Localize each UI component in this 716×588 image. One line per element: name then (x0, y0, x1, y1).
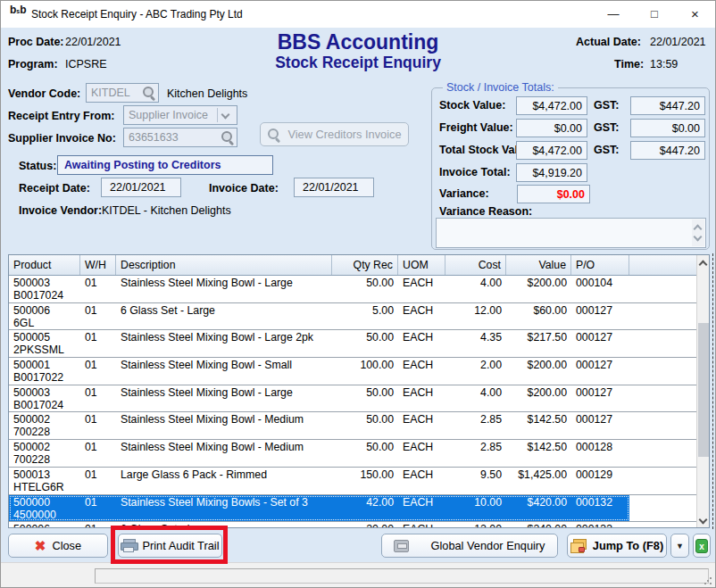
jump-to-dropdown-button[interactable]: ▼ (670, 534, 689, 558)
invoice-search-icon[interactable] (221, 130, 235, 145)
jump-folders-icon (570, 539, 587, 552)
titlebar: bsb Stock Receipt Enquiry - ABC Trading … (1, 1, 715, 28)
cell-product: 500006 (9, 522, 80, 527)
jump-to-button[interactable]: Jump To (F8) (567, 534, 667, 558)
cell-product: 5000052PKSSML (9, 330, 80, 357)
screen-title: Stock Receipt Enquiry (215, 54, 501, 72)
table-row[interactable]: 500013HTELG6R 01 Large Glass 6 Pack - Ri… (9, 468, 696, 495)
reason-scrollbar[interactable] (692, 219, 704, 246)
col-qty-rec[interactable]: Qty Rec (332, 255, 398, 275)
cell-value: $200.00 (506, 385, 571, 412)
table-row[interactable]: 500006 01 6 Glass Set - Large 20.00 EACH… (9, 522, 696, 527)
cell-qty-rec: 50.00 (332, 412, 398, 439)
cell-cost: 2.85 (445, 412, 506, 439)
cell-cost: 4.00 (445, 385, 506, 412)
printer-icon (121, 539, 137, 552)
actual-date-label: Actual Date: (576, 36, 641, 48)
cell-qty-rec: 50.00 (332, 440, 398, 467)
receipt-lines-table: Product W/H Description Qty Rec UOM Cost… (8, 254, 710, 528)
cell-po: 000127 (571, 358, 629, 385)
scroll-down-icon[interactable] (697, 513, 710, 527)
total-stock-field: $4,472.00 (516, 141, 587, 160)
col-product[interactable]: Product (9, 255, 80, 275)
col-po[interactable]: P/O (571, 255, 629, 275)
view-creditors-invoice-button[interactable]: View Creditors Invoice (260, 122, 409, 146)
chevron-down-icon[interactable] (694, 233, 703, 242)
freight-value-field: $0.00 (516, 119, 587, 137)
cell-description: Stainless Steel Mixing Bowls - Set of 3 (116, 495, 332, 522)
excel-icon: x (695, 539, 708, 553)
freight-gst-field: $0.00 (630, 119, 705, 137)
stock-invoice-totals-panel: Stock / Invoice Totals: Stock Value: $4,… (431, 87, 710, 250)
table-row[interactable]: 5000004500000 01 Stainless Steel Mixing … (9, 495, 696, 523)
cell-uom: EACH (398, 412, 445, 439)
cell-value: $1,425.00 (506, 468, 571, 494)
col-description[interactable]: Description (116, 255, 332, 275)
cell-value: $60.00 (506, 303, 571, 330)
stock-value-field: $4,472.00 (516, 96, 587, 115)
print-audit-trail-button[interactable]: Print Audit Trail (118, 534, 222, 558)
export-excel-button[interactable]: x (693, 534, 711, 558)
table-row[interactable]: 500003B0017024 01 Stainless Steel Mixing… (9, 385, 696, 413)
freight-value-label: Freight Value: (439, 121, 513, 134)
resize-grip[interactable] (704, 576, 712, 585)
invoice-date-label: Invoice Date: (209, 182, 279, 195)
variance-reason-textarea[interactable] (436, 218, 706, 248)
table-row[interactable]: 500001B0017022 01 Stainless Steel Mixing… (9, 358, 696, 385)
total-gst-field: $447.20 (630, 141, 705, 160)
col-cost[interactable]: Cost (445, 255, 506, 275)
table-scrollbar[interactable] (696, 255, 709, 527)
cell-uom: EACH (398, 522, 445, 527)
chevron-down-icon[interactable] (217, 108, 235, 122)
receipt-date-input[interactable]: 22/01/2021 (101, 178, 181, 197)
cell-uom: EACH (398, 276, 445, 302)
maximize-button[interactable]: □ (634, 1, 675, 28)
receipt-entry-from-select[interactable]: Supplier Invoice (123, 105, 237, 125)
cell-qty-rec: 50.00 (332, 385, 398, 412)
cell-value: $142.50 (506, 412, 571, 439)
scroll-up-icon[interactable] (697, 255, 710, 269)
cell-description: Stainless Steel Mixing Bowl - Small (116, 358, 332, 385)
col-wh[interactable]: W/H (80, 255, 116, 275)
cell-wh: 01 (80, 330, 116, 357)
vendor-search-icon[interactable] (142, 86, 156, 100)
time-label: Time: (614, 58, 644, 70)
close-button[interactable]: ✖ Close (8, 534, 108, 558)
stock-receipt-enquiry-window: bsb Stock Receipt Enquiry - ABC Trading … (0, 0, 716, 588)
cell-value: $420.00 (506, 495, 571, 522)
cell-po: 000128 (571, 440, 629, 467)
cell-description: Stainless Steel Mixing Bowl - Medium (116, 440, 332, 467)
cell-qty-rec: 20.00 (332, 522, 398, 527)
magnifier-icon (267, 128, 281, 142)
cell-wh: 01 (80, 468, 116, 494)
table-row[interactable]: 500002700228 01 Stainless Steel Mixing B… (9, 440, 696, 468)
cell-product: 500001B0017022 (9, 358, 80, 385)
table-row[interactable]: 5000066GL 01 6 Glass Set - Large 5.00 EA… (9, 303, 696, 331)
table-row[interactable]: 500002700228 01 Stainless Steel Mixing B… (9, 412, 696, 440)
variance-field: $0.00 (517, 185, 590, 203)
variance-label: Variance: (439, 187, 489, 200)
bbs-logo-icon: bsb (10, 6, 26, 22)
invoice-total-field: $4,919.20 (516, 163, 587, 182)
invoice-date-input[interactable]: 22/01/2021 (294, 178, 374, 197)
global-vendor-enquiry-button[interactable]: Global Vendor Enquiry (381, 534, 558, 558)
cell-qty-rec: 42.00 (332, 495, 398, 522)
app-title: BBS Accounting (215, 30, 501, 54)
table-row[interactable]: 500003B0017024 01 Stainless Steel Mixing… (9, 276, 696, 303)
col-value[interactable]: Value (506, 255, 571, 275)
table-row[interactable]: 5000052PKSSML 01 Stainless Steel Mixing … (9, 330, 696, 358)
cell-value: $240.00 (506, 522, 571, 527)
vendor-code-input[interactable]: KITDEL (86, 83, 159, 103)
minimize-button[interactable]: — (593, 1, 634, 28)
cell-wh: 01 (80, 303, 116, 330)
col-uom[interactable]: UOM (398, 255, 445, 275)
scrollbar-thumb[interactable] (698, 323, 709, 457)
close-window-button[interactable]: × (675, 1, 715, 28)
table-header: Product W/H Description Qty Rec UOM Cost… (9, 255, 696, 276)
cell-product: 500002700228 (9, 412, 80, 439)
supplier-invoice-no-input[interactable]: 63651633 (123, 128, 237, 147)
cell-wh: 01 (80, 440, 116, 467)
cell-value: $200.00 (506, 358, 571, 385)
cell-product: 500002700228 (9, 440, 80, 467)
cell-product: 5000066GL (9, 303, 80, 330)
